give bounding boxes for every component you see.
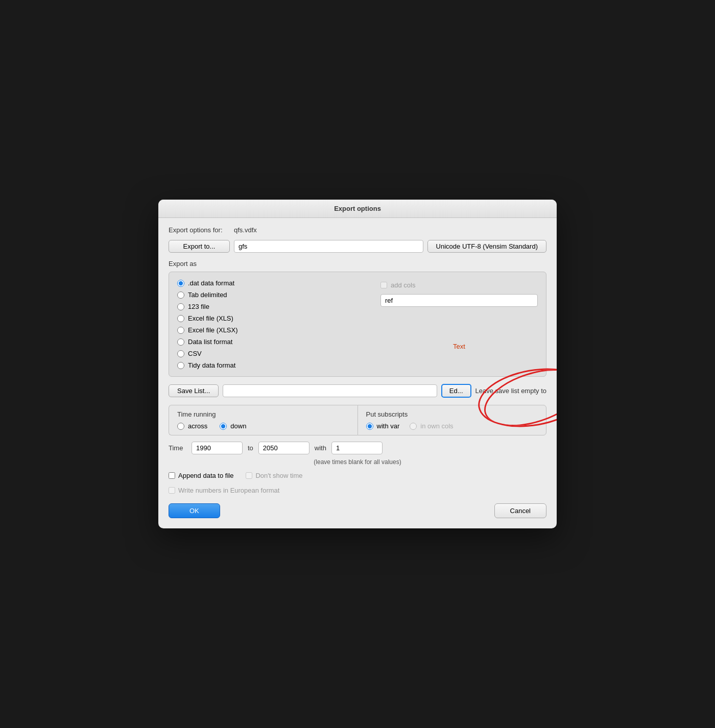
time-running-section: Time running across down Put su [169, 405, 546, 435]
dialog-body: Export options for: qfs.vdfx Export to..… [158, 218, 557, 528]
with-var-option: with var [366, 422, 400, 430]
filename-input[interactable] [234, 240, 423, 253]
export-for-value: qfs.vdfx [234, 226, 257, 234]
time-with-input[interactable] [331, 442, 383, 454]
format-123-label: 123 file [188, 303, 209, 310]
encoding-button[interactable]: Unicode UTF-8 (Vensim Standard) [427, 240, 546, 253]
european-format-label: Write numbers in European format [178, 487, 279, 494]
cancel-button[interactable]: Cancel [494, 503, 546, 518]
format-tab: Tab delimited [177, 291, 374, 299]
format-datalist-radio[interactable] [177, 338, 184, 346]
time-running-label: Time running [177, 410, 349, 418]
in-own-cols-label: in own cols [420, 422, 453, 430]
append-data-item: Append data to file [169, 472, 233, 479]
checkboxes-row: Append data to file Don't show time [169, 472, 546, 479]
format-123: 123 file [177, 303, 374, 310]
dont-show-time-label: Don't show time [255, 472, 302, 479]
format-csv-radio[interactable] [177, 350, 184, 357]
format-csv: CSV [177, 350, 374, 357]
dont-show-time-checkbox[interactable] [246, 472, 252, 479]
across-label: across [188, 422, 207, 430]
european-format-checkbox[interactable] [169, 487, 175, 494]
format-dat-radio[interactable] [177, 280, 184, 287]
format-datalist: Data list format [177, 338, 374, 346]
time-to-label: to [248, 444, 253, 452]
format-xls-radio[interactable] [177, 315, 184, 322]
format-tab-radio[interactable] [177, 292, 184, 299]
subscripts-options: with var in own cols [366, 422, 538, 430]
format-tidy: Tidy data format [177, 361, 374, 369]
text-label: Text [380, 343, 538, 350]
buttons-row: OK Cancel [169, 503, 546, 518]
format-xls-label: Excel file (XLS) [188, 314, 233, 322]
append-data-checkbox[interactable] [169, 472, 175, 479]
save-list-row: Save List... Ed... Leave save list empty… [169, 384, 546, 398]
format-csv-label: CSV [188, 350, 202, 357]
ref-input[interactable] [380, 294, 538, 307]
add-cols-checkbox[interactable] [380, 282, 387, 288]
export-options-dialog: Export options Export options for: qfs.v… [158, 200, 557, 528]
time-row: Time to with [169, 442, 546, 454]
format-dat-label: .dat data format [188, 279, 234, 287]
export-as-label: Export as [169, 260, 546, 268]
with-var-radio[interactable] [366, 423, 373, 430]
export-for-row: Export options for: qfs.vdfx [169, 226, 546, 234]
in-own-cols-radio[interactable] [410, 423, 417, 430]
time-from-input[interactable] [192, 442, 243, 454]
format-tab-label: Tab delimited [188, 291, 227, 299]
in-own-cols-option: in own cols [410, 422, 453, 430]
export-as-box: .dat data format Tab delimited 123 file … [169, 272, 546, 377]
across-radio[interactable] [177, 423, 184, 430]
save-list-input[interactable] [223, 384, 437, 397]
across-option: across [177, 422, 207, 430]
export-top-row: Export to... Unicode UTF-8 (Vensim Stand… [169, 240, 546, 253]
format-datalist-label: Data list format [188, 338, 232, 346]
time-to-input[interactable] [258, 442, 309, 454]
format-tidy-radio[interactable] [177, 362, 184, 369]
leave-save-label: Leave save list empty to [475, 387, 546, 395]
save-list-button[interactable]: Save List... [169, 384, 219, 397]
format-xls: Excel file (XLS) [177, 314, 374, 322]
european-format-row: Write numbers in European format [169, 487, 546, 494]
time-with-label: with [315, 444, 326, 452]
dialog-title: Export options [334, 205, 381, 212]
export-to-button[interactable]: Export to... [169, 240, 230, 253]
format-123-radio[interactable] [177, 303, 184, 310]
time-label: Time [169, 444, 186, 452]
add-cols-label: add cols [391, 281, 415, 289]
add-cols-row: add cols [380, 281, 538, 289]
export-for-label: Export options for: [169, 226, 230, 234]
format-tidy-label: Tidy data format [188, 361, 235, 369]
put-subscripts-label: Put subscripts [366, 410, 538, 418]
dont-show-time-item: Don't show time [246, 472, 302, 479]
with-var-label: with var [377, 422, 400, 430]
down-option: down [220, 422, 246, 430]
format-xlsx: Excel file (XLSX) [177, 326, 374, 334]
format-xlsx-label: Excel file (XLSX) [188, 326, 238, 334]
append-data-label: Append data to file [178, 472, 233, 479]
format-xlsx-radio[interactable] [177, 327, 184, 334]
ok-button[interactable]: OK [169, 503, 220, 518]
down-radio[interactable] [220, 423, 227, 430]
dialog-titlebar: Export options [158, 200, 557, 218]
format-dat: .dat data format [177, 279, 374, 287]
ed-button[interactable]: Ed... [441, 384, 471, 398]
down-label: down [230, 422, 246, 430]
leave-blank-note: (leave times blank for all values) [169, 458, 546, 466]
